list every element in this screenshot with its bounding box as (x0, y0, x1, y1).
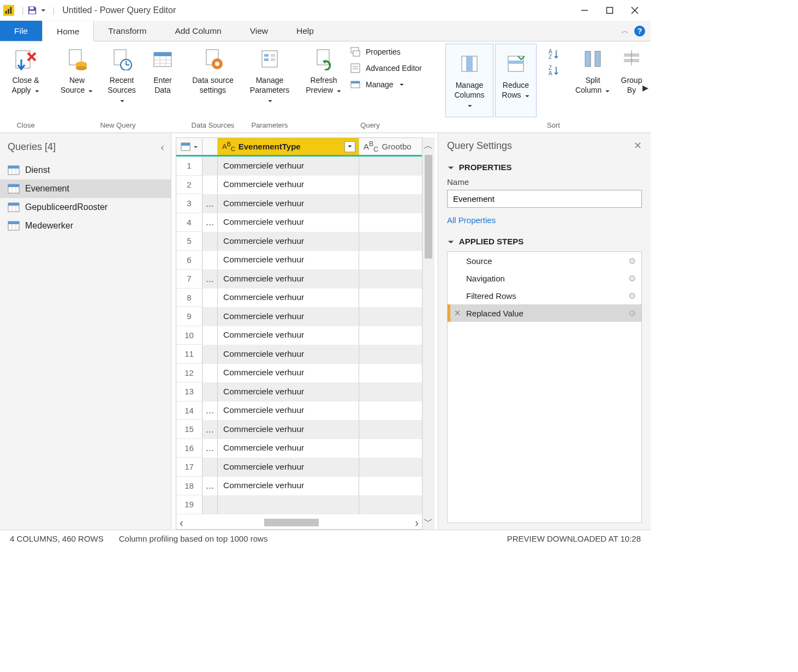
cell-value[interactable]: Commerciele verhuur (218, 364, 359, 383)
help-icon[interactable]: ? (634, 26, 645, 37)
table-row[interactable]: 14...Commerciele verhuur (176, 401, 422, 421)
column-header-next[interactable]: ABC Grootbo (359, 138, 422, 155)
table-row[interactable]: 13Commerciele verhuur (176, 382, 422, 401)
table-row[interactable]: 4...Commerciele verhuur (176, 213, 422, 232)
close-apply-button[interactable]: Close & Apply ▼ (3, 44, 48, 96)
ribbon-overflow-icon[interactable]: ▸ (641, 81, 650, 95)
save-icon[interactable] (27, 5, 37, 15)
cell-next[interactable] (359, 477, 422, 496)
tab-home[interactable]: Home (42, 21, 94, 41)
query-name-input[interactable] (447, 190, 642, 208)
table-row[interactable]: 16...Commerciele verhuur (176, 439, 422, 458)
table-row[interactable]: 18...Commerciele verhuur (176, 477, 422, 496)
cell-value[interactable]: Commerciele verhuur (218, 420, 359, 439)
cell-value[interactable]: Commerciele verhuur (218, 345, 359, 364)
tab-help[interactable]: Help (282, 21, 328, 41)
minimize-button[interactable] (572, 2, 597, 19)
sort-desc-button[interactable]: ZA (547, 64, 559, 76)
recent-sources-button[interactable]: Recent Sources ▼ (99, 44, 144, 106)
tab-transform[interactable]: Transform (94, 21, 160, 41)
cell-value[interactable]: Commerciele verhuur (218, 458, 359, 477)
table-row[interactable]: 10Commerciele verhuur (176, 326, 422, 345)
table-row[interactable]: 9Commerciele verhuur (176, 307, 422, 326)
cell-value[interactable]: Commerciele verhuur (218, 157, 359, 176)
gear-icon[interactable]: ⚙ (628, 308, 636, 319)
new-source-button[interactable]: New Source ▼ (55, 44, 99, 96)
cell-next[interactable] (359, 157, 422, 176)
enter-data-button[interactable]: Enter Data (144, 44, 181, 95)
query-item[interactable]: Dienst (0, 161, 171, 179)
table-select-all[interactable]: ▼ (176, 138, 203, 155)
cell-value[interactable]: Commerciele verhuur (218, 269, 359, 289)
table-row[interactable]: 12Commerciele verhuur (176, 364, 422, 383)
applied-step[interactable]: Filtered Rows⚙ (448, 287, 641, 304)
cell-value[interactable]: Commerciele verhuur (218, 439, 359, 458)
manage-query-button[interactable]: Manage ▼ (349, 79, 436, 91)
maximize-button[interactable] (597, 2, 622, 19)
scroll-down-icon[interactable]: ﹀ (424, 513, 433, 530)
qat-dropdown[interactable]: ▼ (39, 8, 47, 12)
applied-step[interactable]: Source⚙ (448, 252, 641, 269)
column-header-prefix[interactable] (203, 138, 218, 155)
close-settings-icon[interactable]: ✕ (634, 140, 642, 152)
table-row[interactable]: 15...Commerciele verhuur (176, 420, 422, 439)
scroll-up-icon[interactable]: ︿ (424, 137, 433, 154)
cell-next[interactable] (359, 213, 422, 232)
table-row[interactable]: 6Commerciele verhuur (176, 251, 422, 270)
scroll-right-icon[interactable]: › (415, 517, 419, 529)
scroll-left-icon[interactable]: ‹ (180, 517, 183, 529)
table-row[interactable]: 3...Commerciele verhuur (176, 194, 422, 213)
close-button[interactable] (622, 2, 647, 19)
cell-next[interactable] (359, 269, 422, 289)
cell-value[interactable]: Commerciele verhuur (218, 307, 359, 326)
cell-value[interactable]: Commerciele verhuur (218, 213, 359, 232)
table-row[interactable]: 7...Commerciele verhuur (176, 269, 422, 289)
cell-next[interactable] (359, 326, 422, 345)
tab-view[interactable]: View (236, 21, 282, 41)
cell-value[interactable]: Commerciele verhuur (218, 251, 359, 270)
cell-next[interactable] (359, 382, 422, 401)
tab-add-column[interactable]: Add Column (160, 21, 235, 41)
cell-next[interactable] (359, 232, 422, 251)
sort-asc-button[interactable]: AZ (547, 48, 559, 60)
cell-next[interactable] (359, 345, 422, 364)
column-filter-icon[interactable]: ▼ (344, 141, 355, 152)
cell-value[interactable]: Commerciele verhuur (218, 382, 359, 401)
vertical-scrollbar[interactable]: ︿ ﹀ (422, 137, 434, 530)
all-properties-link[interactable]: All Properties (447, 215, 642, 225)
cell-next[interactable] (359, 364, 422, 383)
manage-parameters-button[interactable]: Manage Parameters ▼ (245, 44, 295, 106)
horizontal-scrollbar[interactable]: ‹ › (176, 516, 422, 529)
cell-next[interactable] (359, 420, 422, 439)
cell-value[interactable]: Commerciele verhuur (218, 194, 359, 213)
query-item[interactable]: Evenement (0, 179, 171, 198)
cell-value[interactable]: Commerciele verhuur (218, 401, 359, 421)
cell-next[interactable] (359, 176, 422, 195)
table-row[interactable]: 2Commerciele verhuur (176, 176, 422, 195)
cell-next[interactable] (359, 251, 422, 270)
gear-icon[interactable]: ⚙ (628, 291, 636, 301)
data-source-settings-button[interactable]: Data source settings (188, 44, 238, 95)
applied-step[interactable]: Navigation⚙ (448, 269, 641, 287)
cell-value[interactable]: Commerciele verhuur (218, 326, 359, 345)
cell-next[interactable] (359, 458, 422, 477)
collapse-ribbon-icon[interactable]: ︿ (621, 26, 629, 36)
gear-icon[interactable]: ⚙ (628, 256, 636, 266)
cell-next[interactable] (359, 289, 422, 308)
properties-button[interactable]: Properties (349, 46, 436, 58)
cell-value[interactable]: Commerciele verhuur (218, 176, 359, 195)
table-row[interactable]: 5Commerciele verhuur (176, 232, 422, 251)
refresh-preview-button[interactable]: Refresh Preview ▼ (301, 44, 346, 96)
split-column-button[interactable]: Split Column ▼ (570, 44, 615, 96)
query-item[interactable]: Medewerker (0, 217, 171, 235)
gear-icon[interactable]: ⚙ (628, 273, 636, 284)
delete-step-icon[interactable]: ✕ (454, 308, 461, 318)
tab-file[interactable]: File (0, 21, 42, 41)
cell-value[interactable]: Commerciele verhuur (218, 477, 359, 496)
applied-step[interactable]: ✕Replaced Value⚙ (448, 304, 641, 322)
cell-value[interactable]: Commerciele verhuur (218, 289, 359, 308)
column-header-evenementtype[interactable]: ABC EvenementType ▼ (218, 138, 359, 155)
collapse-queries-icon[interactable]: ‹ (160, 141, 164, 153)
cell-next[interactable] (359, 307, 422, 326)
query-item[interactable]: GepubliceerdRooster (0, 198, 171, 217)
